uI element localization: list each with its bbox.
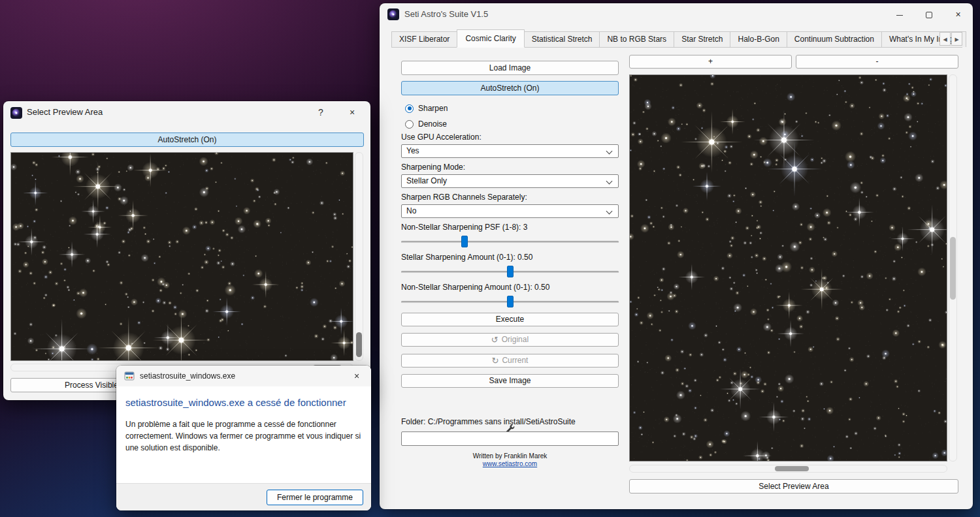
sharpening-mode-value: Stellar Only <box>406 176 447 185</box>
tab-cosmic-clarity[interactable]: Cosmic Clarity <box>457 29 524 48</box>
window-title: Seti Astro's Suite V1.5 <box>404 3 488 25</box>
credit-text: Written by Franklin Marek <box>380 452 640 460</box>
path-input[interactable] <box>401 431 619 446</box>
starfield-image[interactable] <box>11 153 353 360</box>
close-program-button[interactable]: Fermer le programme <box>267 490 363 505</box>
tab-halo-b-gon[interactable]: Halo-B-Gon <box>730 31 787 47</box>
main-horizontal-scrollbar[interactable] <box>629 465 947 473</box>
website-link-row: www.setiastro.com <box>380 460 640 467</box>
rgb-separate-label: Sharpen RGB Channels Separately: <box>401 193 527 202</box>
help-button[interactable]: ? <box>308 101 334 123</box>
nonstellar-slider-handle[interactable] <box>507 296 514 307</box>
autostretch-button[interactable]: AutoStretch (On) <box>401 81 619 95</box>
minimize-button[interactable] <box>885 3 914 25</box>
app-icon <box>10 107 22 119</box>
tab-bar: XISF Liberator Cosmic Clarity Statistica… <box>391 31 962 48</box>
main-image-viewport[interactable] <box>629 74 947 462</box>
sharpening-mode-label: Sharpening Mode: <box>401 163 465 172</box>
current-button[interactable]: ↻Current <box>401 354 619 368</box>
original-button[interactable]: ↺Original <box>401 333 619 347</box>
preview-vscroll-thumb[interactable] <box>356 332 362 357</box>
crash-dialog-title: setiastrosuite_windows.exe <box>140 366 235 386</box>
close-button[interactable]: × <box>342 366 371 386</box>
stellar-amount-slider[interactable] <box>401 266 619 277</box>
sharpening-mode-select[interactable]: Stellar Only <box>401 174 619 188</box>
main-vscroll-thumb[interactable] <box>950 237 956 300</box>
redo-icon: ↻ <box>492 356 499 366</box>
main-window: Seti Astro's Suite V1.5 × XISF Liberator… <box>380 3 973 509</box>
close-button[interactable]: × <box>943 3 973 25</box>
exe-icon <box>124 371 135 381</box>
tab-xisf-liberator[interactable]: XISF Liberator <box>391 31 457 47</box>
rgb-separate-value: No <box>406 206 416 215</box>
crash-dialog-body: setiastrosuite_windows.exe a cessé de fo… <box>116 386 371 483</box>
psf-label: Non-Stellar Sharpening PSF (1-8): 3 <box>401 223 527 232</box>
radio-unselected-icon <box>405 120 414 129</box>
nonstellar-amount-slider[interactable] <box>401 296 619 307</box>
main-titlebar[interactable]: Seti Astro's Suite V1.5 × <box>380 3 973 25</box>
crash-dialog-footer: Fermer le programme <box>116 483 371 510</box>
gpu-select[interactable]: Yes <box>401 144 619 158</box>
undo-icon: ↺ <box>491 335 498 345</box>
tab-statistical-stretch[interactable]: Statistical Stretch <box>524 31 600 47</box>
rgb-separate-select[interactable]: No <box>401 204 619 218</box>
load-image-button[interactable]: Load Image <box>401 61 619 75</box>
psf-slider-handle[interactable] <box>461 236 468 247</box>
maximize-button[interactable] <box>914 3 943 25</box>
tab-star-stretch[interactable]: Star Stretch <box>674 31 730 47</box>
gpu-label: Use GPU Acceleration: <box>401 133 482 142</box>
stellar-amount-label: Stellar Sharpening Amount (0-1): 0.50 <box>401 253 532 262</box>
tab-nb-to-rgb-stars[interactable]: NB to RGB Stars <box>599 31 674 47</box>
denoise-radio[interactable]: Denoise <box>405 118 447 130</box>
starfield-image[interactable] <box>630 75 947 461</box>
preview-window-title: Select Preview Area <box>27 101 103 123</box>
chevron-down-icon <box>606 208 613 215</box>
tab-scroll-arrows: ◀ ▶ <box>939 32 962 46</box>
zoom-out-button[interactable]: - <box>796 55 958 69</box>
sharpen-radio[interactable]: Sharpen <box>405 102 448 114</box>
preview-vertical-scrollbar[interactable] <box>355 152 363 361</box>
crash-dialog-titlebar[interactable]: setiastrosuite_windows.exe × <box>116 366 371 386</box>
gpu-select-value: Yes <box>406 146 419 155</box>
main-vertical-scrollbar[interactable] <box>949 74 957 462</box>
nonstellar-amount-label: Non-Stellar Sharpening Amount (0-1): 0.5… <box>401 283 549 292</box>
main-hscroll-thumb[interactable] <box>775 466 809 471</box>
select-preview-area-button[interactable]: Select Preview Area <box>629 479 958 494</box>
preview-image-viewport[interactable] <box>10 152 353 361</box>
original-button-label: Original <box>502 335 529 344</box>
minimize-icon <box>896 15 903 16</box>
crash-dialog: setiastrosuite_windows.exe × setiastrosu… <box>116 366 371 510</box>
zoom-in-button[interactable]: + <box>629 55 792 69</box>
chevron-down-icon <box>606 178 613 185</box>
sharpen-radio-label: Sharpen <box>418 104 448 113</box>
app-icon <box>387 8 399 20</box>
current-button-label: Current <box>502 356 528 365</box>
tab-scroll-left-icon[interactable]: ◀ <box>939 32 951 46</box>
preview-titlebar[interactable]: Select Preview Area ? × <box>3 101 370 123</box>
execute-button[interactable]: Execute <box>401 313 619 326</box>
website-link[interactable]: www.setiastro.com <box>483 460 537 467</box>
radio-selected-icon <box>405 104 414 113</box>
tab-continuum-subtraction[interactable]: Continuum Subtraction <box>787 31 882 47</box>
select-preview-area-window: Select Preview Area ? × AutoStretch (On)… <box>3 101 370 400</box>
psf-slider[interactable] <box>401 236 619 247</box>
slider-track[interactable] <box>401 241 619 243</box>
tab-scroll-right-icon[interactable]: ▶ <box>951 32 962 46</box>
stellar-slider-handle[interactable] <box>507 266 514 277</box>
maximize-icon <box>926 12 932 18</box>
close-button[interactable]: × <box>338 101 367 123</box>
denoise-radio-label: Denoise <box>418 119 447 129</box>
crash-heading: setiastrosuite_windows.exe a cessé de fo… <box>125 396 361 410</box>
crash-message: Un problème a fait que le programme a ce… <box>125 418 362 454</box>
save-image-button[interactable]: Save Image <box>401 374 619 388</box>
chevron-down-icon <box>606 148 613 155</box>
preview-autostretch-button[interactable]: AutoStretch (On) <box>10 133 364 147</box>
folder-label: Folder: C:/Programmes sans install/SetiA… <box>401 417 576 426</box>
